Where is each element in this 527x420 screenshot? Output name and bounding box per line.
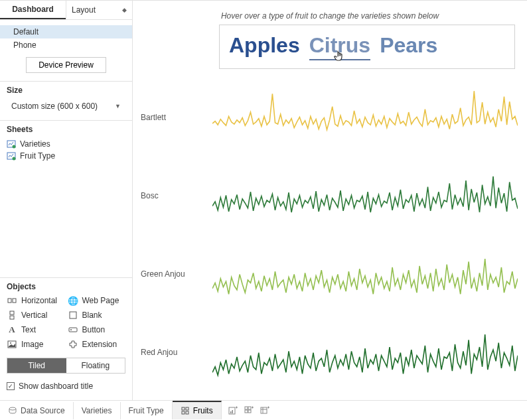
size-select[interactable]: Custom size (600 x 600) ▼ xyxy=(7,99,125,113)
chevron-down-icon: ▼ xyxy=(115,103,121,109)
chart-row: Red Anjou xyxy=(133,313,518,391)
svg-point-10 xyxy=(70,329,72,330)
svg-rect-16 xyxy=(182,411,185,414)
obj-label: Text xyxy=(21,325,36,334)
sparkline xyxy=(212,78,518,157)
obj-label: Image xyxy=(21,340,43,349)
size-value: Custom size (600 x 600) xyxy=(11,102,98,111)
chart-row: Green Anjou xyxy=(133,235,518,313)
dashboard-icon xyxy=(181,406,190,415)
pointer-cursor-icon xyxy=(334,50,346,66)
object-horizontal[interactable]: Horizontal xyxy=(7,295,65,306)
size-section: Size Custom size (600 x 600) ▼ xyxy=(0,82,132,121)
chart-row-label: Bartlett xyxy=(133,113,212,122)
device-default[interactable]: Default xyxy=(0,25,132,38)
device-phone[interactable]: Phone xyxy=(0,38,132,52)
image-icon xyxy=(7,339,17,350)
dashboard-canvas: Hover over a type of fruit to change the… xyxy=(133,1,527,400)
svg-rect-24 xyxy=(248,410,251,413)
svg-point-3 xyxy=(13,157,16,161)
sheet-varieties[interactable]: Varieties xyxy=(7,138,125,150)
floating-button[interactable]: Floating xyxy=(66,358,125,373)
vertical-icon xyxy=(7,310,17,320)
horizontal-icon xyxy=(7,295,17,306)
svg-rect-23 xyxy=(245,410,248,413)
chart-row-label: Red Anjou xyxy=(133,348,212,357)
object-blank[interactable]: Blank xyxy=(68,310,126,320)
svg-point-13 xyxy=(9,407,16,410)
tab-label: Data Source xyxy=(21,406,65,415)
size-title: Size xyxy=(7,86,125,95)
sheet-label: Fruit Type xyxy=(20,151,55,161)
svg-rect-7 xyxy=(10,316,14,319)
svg-rect-9 xyxy=(69,328,77,332)
objects-title: Objects xyxy=(7,282,125,291)
obj-label: Web Page xyxy=(82,296,119,305)
tab-fruit-type[interactable]: Fruit Type xyxy=(121,402,173,419)
bottom-tab-bar: Data Source Varieties Fruit Type Fruits xyxy=(0,400,527,420)
blank-icon xyxy=(68,310,78,320)
device-section: Default Phone Device Preview xyxy=(0,20,132,82)
tab-label: Fruits xyxy=(193,406,213,415)
obj-label: Extension xyxy=(82,340,117,349)
tile-float-toggle: Tiled Floating xyxy=(7,358,125,374)
object-text[interactable]: AText xyxy=(7,324,65,335)
tab-layout-label: Layout xyxy=(72,5,96,15)
fruit-pears[interactable]: Pears xyxy=(380,33,437,58)
sheet-fruit-type[interactable]: Fruit Type xyxy=(7,150,125,162)
svg-rect-25 xyxy=(261,407,267,413)
object-image[interactable]: Image xyxy=(7,339,65,350)
tab-varieties[interactable]: Varieties xyxy=(74,402,121,419)
dropdown-icon: ◆ xyxy=(122,7,127,13)
object-button[interactable]: Button xyxy=(68,324,126,335)
varieties-sheet[interactable]: BartlettBoscGreen AnjouRed Anjou xyxy=(133,78,518,391)
fruit-apples[interactable]: Apples xyxy=(229,33,300,58)
button-icon xyxy=(68,324,78,335)
new-worksheet-icon[interactable] xyxy=(228,406,238,415)
text-icon: A xyxy=(7,324,17,335)
tab-dashboard[interactable]: Dashboard xyxy=(0,1,66,19)
svg-rect-5 xyxy=(13,299,16,303)
svg-rect-17 xyxy=(186,411,188,414)
svg-rect-6 xyxy=(10,311,14,315)
svg-rect-8 xyxy=(70,312,76,318)
fruit-type-sheet[interactable]: Apples Citrus Pears xyxy=(219,25,515,69)
svg-rect-22 xyxy=(248,407,251,409)
svg-rect-15 xyxy=(186,407,188,410)
chart-row-label: Green Anjou xyxy=(133,269,212,279)
extension-icon xyxy=(68,339,78,350)
sparkline xyxy=(212,313,518,391)
checkbox-icon: ✓ xyxy=(7,382,15,390)
chart-row: Bartlett xyxy=(133,78,518,157)
show-title-label: Show dashboard title xyxy=(19,382,93,391)
obj-label: Vertical xyxy=(21,311,47,320)
tab-data-source[interactable]: Data Source xyxy=(0,402,74,419)
sheet-label: Varieties xyxy=(20,139,50,149)
tab-fruits[interactable]: Fruits xyxy=(173,401,222,419)
new-dashboard-icon[interactable] xyxy=(244,406,254,415)
svg-rect-4 xyxy=(8,299,11,303)
svg-rect-21 xyxy=(245,407,248,409)
tiled-button[interactable]: Tiled xyxy=(7,358,66,373)
show-title-checkbox[interactable]: ✓ Show dashboard title xyxy=(7,379,125,393)
sheets-title: Sheets xyxy=(7,125,125,134)
globe-icon: 🌐 xyxy=(68,295,78,306)
device-preview-button[interactable]: Device Preview xyxy=(26,57,106,73)
chart-row-label: Bosc xyxy=(133,191,212,200)
fruit-citrus[interactable]: Citrus xyxy=(309,33,370,60)
object-extension[interactable]: Extension xyxy=(68,339,126,350)
obj-label: Blank xyxy=(82,311,102,320)
sparkline xyxy=(212,235,518,313)
chart-row: Bosc xyxy=(133,157,518,235)
hover-hint: Hover over a type of fruit to change the… xyxy=(133,11,527,21)
sidebar: Dashboard Layout ◆ Default Phone Device … xyxy=(0,1,133,400)
svg-point-1 xyxy=(13,145,16,149)
obj-label: Button xyxy=(82,325,106,334)
new-story-icon[interactable] xyxy=(260,406,269,415)
object-vertical[interactable]: Vertical xyxy=(7,310,65,320)
sidebar-tabs: Dashboard Layout ◆ xyxy=(0,1,132,20)
worksheet-icon xyxy=(7,151,16,161)
object-webpage[interactable]: 🌐Web Page xyxy=(68,295,126,306)
svg-rect-20 xyxy=(232,410,233,413)
tab-layout[interactable]: Layout ◆ xyxy=(66,1,132,19)
